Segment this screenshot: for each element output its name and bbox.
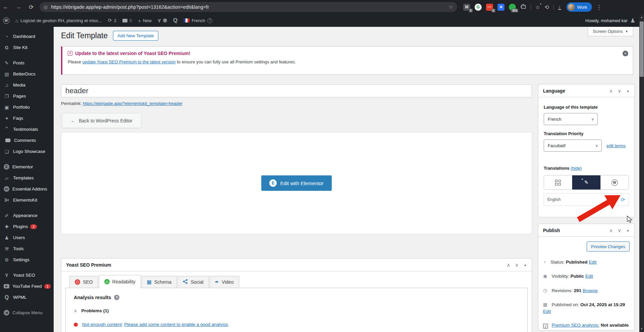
sidebar-item-youtube-feed[interactable]: ▶YouTube Feed1 — [0, 281, 54, 292]
history-icon[interactable]: ⟲ — [544, 4, 549, 10]
extension-red-icon[interactable]: •••2 — [486, 4, 493, 11]
sidebar-item-site-kit[interactable]: GSite Kit — [0, 42, 54, 53]
sidebar-item-betterdocs[interactable]: ▤BetterDocs — [0, 68, 54, 79]
edit-published-date-link[interactable]: Edit — [543, 309, 551, 314]
problems-section[interactable]: ∧ Problems (1) — [74, 308, 519, 313]
sidebar-item-users[interactable]: ♟Users — [0, 232, 54, 243]
sidebar-item-yoast-seo[interactable]: YYoast SEO — [0, 270, 54, 281]
language-switcher[interactable]: French ? — [180, 14, 215, 27]
toggle-panel-icon[interactable]: ▲ — [626, 89, 630, 93]
move-up-icon[interactable]: ∧ — [609, 228, 613, 233]
language-panel-header[interactable]: Language ∧ ∨ ▲ — [538, 85, 634, 97]
sidebar-item-dashboard[interactable]: ◔Dashboard — [0, 31, 54, 42]
url-text[interactable]: https://ebrigade.app/wp-admin/post.php?p… — [51, 4, 209, 10]
collapse-section-icon[interactable]: ∧ — [74, 308, 77, 313]
edit-status-link[interactable]: Edit — [589, 260, 596, 265]
wp-logo-icon[interactable]: W — [0, 14, 12, 27]
sidebar-item-pages[interactable]: ❐Pages — [0, 91, 54, 102]
move-up-icon[interactable]: ∧ — [609, 88, 613, 94]
bookmark-star-icon[interactable]: ☆ — [449, 4, 453, 10]
sidebar-item-posts[interactable]: ✎Posts — [0, 57, 54, 68]
premium-seo-analysis-link[interactable]: Premium SEO analysis: — [552, 323, 600, 328]
new-content-menu[interactable]: + New — [135, 14, 155, 27]
comments-menu[interactable]: 0 — [119, 14, 135, 27]
site-info-icon[interactable]: ◎ — [44, 4, 48, 10]
help-icon[interactable]: ? — [114, 295, 119, 300]
scrollbar-thumb[interactable] — [640, 21, 644, 77]
sidebar-item-portfolio[interactable]: ▣Portfolio — [0, 102, 54, 113]
sidebar-item-tools[interactable]: ⚒Tools — [0, 243, 54, 254]
toggle-panel-icon[interactable]: ▲ — [626, 228, 630, 232]
publish-panel-header[interactable]: Publish ∧ ∨ ▲ — [538, 224, 634, 237]
translate-edit-button[interactable]: +✎ — [572, 175, 600, 189]
sidebar-item-logo-showcase[interactable]: ❏Logo Showcase — [0, 146, 54, 157]
sidebar-item-elementskit[interactable]: Ǝ<ElementsKit — [0, 195, 54, 206]
extension-blue-icon[interactable]: ✳ — [497, 4, 504, 11]
template-title-input[interactable] — [61, 85, 532, 97]
reload-icon[interactable]: ⟳ — [25, 4, 37, 11]
move-down-icon[interactable]: ∨ — [515, 262, 519, 268]
sync-translation-icon[interactable]: ⟳ — [621, 197, 625, 203]
sidebar-item-elementor[interactable]: EElementor — [0, 161, 54, 172]
toggle-panel-icon[interactable]: ▲ — [524, 263, 527, 267]
hide-translations-link[interactable]: (hide) — [571, 166, 582, 171]
grammarly-icon[interactable]: G — [475, 4, 482, 11]
dismiss-notice-icon[interactable]: ✕ — [623, 51, 628, 56]
tab-video[interactable]: ✒ Video — [210, 276, 239, 288]
url-bar[interactable]: ◎ https://ebrigade.app/wp-admin/post.php… — [40, 2, 457, 12]
move-down-icon[interactable]: ∨ — [618, 88, 621, 94]
sidebar-item-wpml[interactable]: QWPML — [0, 292, 54, 303]
yoast-metabox-header[interactable]: Yoast SEO Premium ∧ ∨ ▲ — [61, 259, 532, 271]
browse-revisions-link[interactable]: Browse — [583, 288, 598, 293]
updates-menu[interactable]: ⟳ 2 — [105, 14, 119, 27]
notice-title: Update to the latest version of Yoast SE… — [75, 51, 190, 56]
wordpress-editor-button[interactable]: W — [601, 175, 629, 189]
scroll-down-icon[interactable]: ▼ — [639, 327, 644, 330]
scroll-up-icon[interactable]: ▲ — [639, 16, 644, 19]
not-enough-content-link[interactable]: Not enough content — [82, 322, 122, 327]
puzzle-icon[interactable] — [520, 3, 526, 11]
account-menu[interactable]: Howdy, mohamed kar ♟ — [585, 17, 644, 24]
sidebar-item-appearance[interactable]: ✐Appearance — [0, 210, 54, 221]
sidebar-item-settings[interactable]: ⚙Settings — [0, 254, 54, 265]
sidebar-item-comments[interactable]: Comments — [0, 135, 54, 146]
chrome-menu-icon[interactable]: ⋮ — [593, 4, 605, 11]
sidebar-item-plugins[interactable]: ✚Plugins2 — [0, 221, 54, 232]
add-content-link[interactable]: Please add some content to enable a good… — [124, 322, 228, 327]
tab-schema[interactable]: ▦ Schema — [142, 276, 177, 288]
preview-changes-button[interactable]: Preview Changes — [587, 241, 630, 252]
bookmarks-star-icon[interactable]: ☆✦ — [535, 4, 540, 10]
collapse-menu-button[interactable]: ◀Collapse Menu — [0, 307, 54, 318]
screen-options-button[interactable]: Screen Options ▼ — [588, 27, 633, 36]
move-up-icon[interactable]: ∧ — [507, 262, 510, 268]
page-scrollbar[interactable]: ▲ ▼ — [639, 14, 644, 332]
back-to-wordpress-editor-button[interactable]: ← Back to WordPress Editor — [62, 113, 142, 128]
priority-select[interactable]: Facultatif ∨ — [544, 140, 602, 152]
downloads-icon[interactable]: ↓ — [558, 5, 561, 10]
extension-m-icon[interactable]: M1 — [463, 4, 470, 11]
grid-view-button[interactable] — [544, 175, 572, 189]
back-icon[interactable]: ← — [0, 4, 11, 10]
forward-icon[interactable]: → — [13, 4, 24, 10]
sidebar-item-essential-addons[interactable]: EAEssential Addons — [0, 183, 54, 195]
sidebar-item-templates[interactable]: ▱Templates — [0, 172, 54, 183]
language-select[interactable]: French ∨ — [544, 113, 598, 125]
edit-visibility-link[interactable]: Edit — [585, 274, 593, 279]
extension-green-icon[interactable]: 321 — [509, 4, 516, 11]
sidebar-item-testimonials[interactable]: “Testimonials — [0, 124, 54, 135]
site-menu[interactable]: ⌂ Logiciel de gestion RH, planning et mi… — [12, 14, 105, 27]
permalink-link[interactable]: https://ebrigade.app/?elementskit_templa… — [83, 101, 182, 106]
yoast-menu[interactable]: Y — [155, 14, 170, 27]
tab-social[interactable]: Social — [177, 276, 209, 288]
edit-terms-link[interactable]: edit terms — [606, 143, 626, 148]
profile-chip[interactable]: Work — [567, 2, 592, 12]
edit-with-elementor-button[interactable]: E Edit with Elementor — [261, 175, 331, 191]
sidebar-item-faqs[interactable]: ✦Faqs — [0, 113, 54, 124]
update-yoast-link[interactable]: update Yoast SEO Premium to the latest v… — [82, 59, 175, 64]
performance-menu[interactable]: Q — [170, 14, 180, 27]
tab-seo[interactable]: ☹ SEO — [69, 276, 98, 288]
sidebar-item-media[interactable]: ♫Media — [0, 79, 54, 91]
tab-readability[interactable]: ☺ Readability — [99, 275, 141, 288]
add-new-template-button[interactable]: Add New Template — [113, 31, 158, 41]
move-down-icon[interactable]: ∨ — [618, 228, 621, 233]
